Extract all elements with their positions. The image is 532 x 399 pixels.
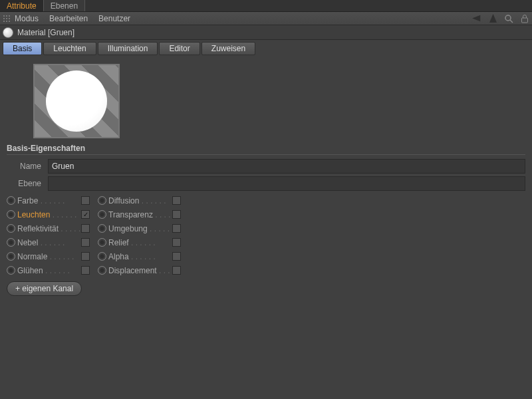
radio-transparenz[interactable]: [98, 210, 106, 219]
channel-col-2: Diffusion Transparenz Umgebung Relief Al: [98, 194, 181, 277]
tab-illumination[interactable]: Illumination: [98, 42, 158, 55]
nav-back-icon[interactable]: [472, 14, 481, 23]
channel-relief: Relief: [98, 235, 181, 249]
content-area: Basis-Eigenschaften Name Ebene Farbe Leu…: [0, 57, 532, 303]
ebene-label: Ebene: [7, 179, 41, 188]
radio-reflektivitaet[interactable]: [7, 224, 15, 233]
checkbox-nebel[interactable]: [81, 238, 90, 247]
lock-icon[interactable]: [520, 14, 529, 23]
checkbox-displacement[interactable]: [172, 266, 181, 275]
checkbox-diffusion[interactable]: [172, 196, 181, 205]
radio-alpha[interactable]: [98, 252, 106, 261]
channel-umgebung: Umgebung: [98, 221, 181, 235]
material-icon: [3, 27, 13, 38]
radio-normale[interactable]: [7, 252, 15, 261]
checkbox-leuchten[interactable]: [81, 210, 90, 219]
tab-attribute[interactable]: Attribute: [0, 0, 44, 11]
checkbox-relief[interactable]: [172, 238, 181, 247]
manager-tab-bar: Attribute Ebenen: [0, 0, 532, 12]
field-name: Name: [7, 159, 525, 174]
preview-sphere-icon: [46, 70, 107, 132]
channel-transparenz: Transparenz: [98, 207, 181, 221]
channel-grid: Farbe Leuchten Reflektivität Nebel Norma: [7, 194, 525, 277]
checkbox-transparenz[interactable]: [172, 210, 181, 219]
tab-ebenen[interactable]: Ebenen: [44, 0, 85, 11]
channel-leuchten: Leuchten: [7, 207, 90, 221]
label-reflektivitaet[interactable]: Reflektivität: [17, 224, 80, 233]
material-title: Material [Gruen]: [17, 28, 74, 37]
grip-icon: [3, 15, 11, 23]
svg-marker-1: [489, 14, 497, 23]
menu-bar: Modus Bearbeiten Benutzer: [0, 12, 532, 25]
label-leuchten[interactable]: Leuchten: [17, 210, 80, 219]
radio-displacement[interactable]: [98, 266, 106, 275]
field-ebene: Ebene: [7, 176, 525, 191]
add-channel-button[interactable]: + eigenen Kanal: [7, 281, 82, 296]
radio-relief[interactable]: [98, 238, 106, 247]
ebene-input[interactable]: [48, 176, 525, 191]
label-transparenz[interactable]: Transparenz: [108, 210, 171, 219]
label-relief[interactable]: Relief: [108, 238, 171, 247]
radio-nebel[interactable]: [7, 238, 15, 247]
tab-editor[interactable]: Editor: [159, 42, 200, 55]
checkbox-reflektivitaet[interactable]: [81, 224, 90, 233]
object-header: Material [Gruen]: [0, 25, 532, 40]
material-preview[interactable]: [33, 64, 120, 138]
tab-leuchten[interactable]: Leuchten: [43, 42, 96, 55]
checkbox-farbe[interactable]: [81, 196, 90, 205]
channel-diffusion: Diffusion: [98, 194, 181, 207]
radio-leuchten[interactable]: [7, 210, 15, 219]
channel-alpha: Alpha: [98, 249, 181, 263]
section-title: Basis-Eigenschaften: [7, 144, 525, 155]
label-umgebung[interactable]: Umgebung: [108, 224, 171, 233]
svg-marker-0: [472, 15, 480, 22]
checkbox-alpha[interactable]: [172, 252, 181, 261]
radio-gluehen[interactable]: [7, 266, 15, 275]
radio-umgebung[interactable]: [98, 224, 106, 233]
label-displacement[interactable]: Displacement: [108, 266, 171, 275]
menu-bearbeiten[interactable]: Bearbeiten: [49, 14, 88, 23]
name-label: Name: [7, 162, 41, 171]
label-alpha[interactable]: Alpha: [108, 252, 171, 261]
svg-line-3: [510, 20, 513, 23]
channel-normale: Normale: [7, 249, 90, 263]
search-icon[interactable]: [504, 14, 513, 23]
channel-reflektivitaet: Reflektivität: [7, 221, 90, 235]
channel-col-1: Farbe Leuchten Reflektivität Nebel Norma: [7, 194, 90, 277]
radio-diffusion[interactable]: [98, 196, 106, 205]
label-nebel[interactable]: Nebel: [17, 238, 80, 247]
checkbox-umgebung[interactable]: [172, 224, 181, 233]
checkbox-normale[interactable]: [81, 252, 90, 261]
menu-modus[interactable]: Modus: [15, 14, 39, 23]
name-input[interactable]: [48, 159, 525, 174]
tab-zuweisen[interactable]: Zuweisen: [201, 42, 255, 55]
menu-benutzer[interactable]: Benutzer: [98, 14, 130, 23]
label-normale[interactable]: Normale: [17, 252, 80, 261]
channel-nebel: Nebel: [7, 235, 90, 249]
channel-farbe: Farbe: [7, 194, 90, 207]
channel-gluehen: Glühen: [7, 263, 90, 277]
tab-basis[interactable]: Basis: [3, 42, 42, 55]
label-gluehen[interactable]: Glühen: [17, 266, 80, 275]
nav-up-icon[interactable]: [488, 14, 497, 23]
svg-rect-4: [522, 18, 528, 23]
svg-point-2: [505, 15, 511, 21]
property-tabs: Basis Leuchten Illumination Editor Zuwei…: [0, 40, 532, 57]
label-diffusion[interactable]: Diffusion: [108, 196, 171, 205]
channel-displacement: Displacement: [98, 263, 181, 277]
label-farbe[interactable]: Farbe: [17, 196, 80, 205]
radio-farbe[interactable]: [7, 196, 15, 205]
checkbox-gluehen[interactable]: [81, 266, 90, 275]
